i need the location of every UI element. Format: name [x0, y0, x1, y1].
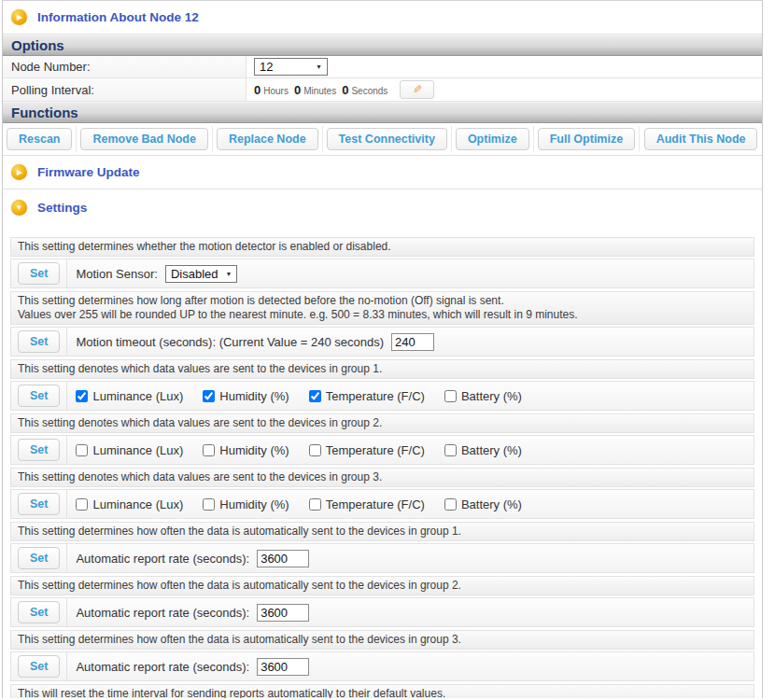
set-cell: Set	[11, 382, 67, 410]
checkbox-item: Luminance (Lux)	[76, 497, 183, 511]
motion-sensor-selected: Disabled	[171, 267, 218, 281]
node-number-select[interactable]: 12 ▼	[254, 58, 328, 76]
motion-sensor-select[interactable]: Disabled ▼	[165, 265, 238, 283]
function-cell: Rescan	[3, 126, 77, 152]
test-connectivity-button[interactable]: Test Connectivity	[327, 128, 447, 150]
info-section-header[interactable]: Information About Node 12	[3, 1, 762, 35]
settings-body: This setting determines whether the moti…	[3, 219, 762, 698]
rescan-button[interactable]: Rescan	[7, 128, 72, 150]
report-rate-1-label: Automatic report rate (seconds):	[76, 552, 249, 566]
setting-row: Set Automatic report rate (seconds):	[10, 543, 754, 573]
setting-description: This setting determines how often the da…	[10, 630, 754, 650]
set-report-rate-3-button[interactable]: Set	[18, 655, 60, 678]
set-motion-sensor-button[interactable]: Set	[18, 262, 60, 285]
motion-timeout-input[interactable]	[391, 333, 434, 351]
group1-luminance-checkbox[interactable]	[76, 390, 88, 402]
replace-node-button[interactable]: Replace Node	[217, 128, 318, 150]
setting-content: Luminance (Lux) Humidity (%) Temperature…	[67, 494, 754, 515]
remove-bad-node-button[interactable]: Remove Bad Node	[80, 128, 207, 150]
polling-hours-value: 0	[254, 83, 261, 97]
functions-button-row: Rescan Remove Bad Node Replace Node Test…	[3, 123, 762, 156]
firmware-update-title: Firmware Update	[37, 165, 140, 179]
polling-edit-button[interactable]: ✎	[400, 80, 434, 99]
setting-row: Set Luminance (Lux) Humidity (%) Tempera…	[10, 435, 754, 465]
checkbox-label: Temperature (F/C)	[326, 389, 425, 403]
node-number-label: Node Number:	[3, 56, 247, 77]
polling-interval-row: Polling Interval: 0Hours0Minutes0Seconds…	[3, 78, 762, 102]
group2-luminance-checkbox[interactable]	[76, 444, 88, 456]
optimize-button[interactable]: Optimize	[456, 128, 529, 150]
setting-group2-values: This setting denotes which data values a…	[10, 413, 754, 465]
setting-group1-values: This setting denotes which data values a…	[10, 359, 754, 411]
checkbox-label: Humidity (%)	[219, 497, 289, 511]
checkbox-item: Humidity (%)	[203, 389, 289, 403]
setting-description: This setting determines how often the da…	[10, 522, 754, 541]
group3-humidity-checkbox[interactable]	[203, 498, 215, 511]
set-group2-values-button[interactable]: Set	[18, 439, 60, 461]
setting-motion-sensor: This setting determines whether the moti…	[10, 237, 754, 288]
group1-battery-checkbox[interactable]	[444, 390, 457, 402]
checkbox-label: Temperature (F/C)	[326, 443, 425, 457]
set-cell: Set	[11, 490, 67, 518]
set-report-rate-2-button[interactable]: Set	[18, 601, 60, 623]
checkbox-item: Battery (%)	[444, 497, 522, 511]
checkbox-label: Humidity (%)	[219, 389, 289, 403]
group1-temperature-checkbox[interactable]	[309, 390, 321, 402]
setting-row: Set Luminance (Lux) Humidity (%) Tempera…	[10, 489, 754, 519]
set-cell: Set	[11, 652, 67, 680]
checkbox-item: Temperature (F/C)	[309, 389, 425, 403]
firmware-update-header[interactable]: Firmware Update	[3, 156, 762, 189]
setting-report-rate-3: This setting determines how often the da…	[10, 630, 754, 681]
report-rate-2-input[interactable]	[257, 604, 309, 622]
node-number-row: Node Number: 12 ▼	[3, 56, 762, 78]
expand-play-icon	[11, 9, 27, 25]
checkbox-label: Battery (%)	[461, 389, 522, 403]
node-config-page: Information About Node 12 Options Node N…	[2, 0, 763, 698]
group2-temperature-checkbox[interactable]	[309, 444, 321, 456]
full-optimize-button[interactable]: Full Optimize	[538, 128, 635, 150]
functions-section-bar: Functions	[3, 102, 762, 123]
function-cell: Test Connectivity	[323, 126, 452, 152]
group2-battery-checkbox[interactable]	[444, 444, 457, 456]
set-report-rate-1-button[interactable]: Set	[18, 547, 60, 569]
set-cell: Set	[11, 544, 67, 572]
settings-title: Settings	[37, 201, 87, 215]
set-motion-timeout-button[interactable]: Set	[18, 330, 60, 353]
collapse-down-icon	[11, 200, 27, 216]
set-cell: Set	[11, 598, 67, 626]
polling-interval-label: Polling Interval:	[3, 78, 247, 101]
checkbox-item: Luminance (Lux)	[76, 389, 183, 403]
setting-content: Automatic report rate (seconds):	[67, 600, 754, 625]
set-group3-values-button[interactable]: Set	[18, 493, 60, 515]
function-cell: Audit This Node	[640, 126, 762, 152]
audit-this-node-button[interactable]: Audit This Node	[644, 128, 758, 150]
setting-reset-defaults: This will reset the time interval for se…	[10, 684, 754, 698]
report-rate-3-label: Automatic report rate (seconds):	[76, 660, 249, 674]
polling-seconds-unit: Seconds	[351, 86, 388, 96]
checkbox-item: Humidity (%)	[203, 443, 289, 457]
set-group1-values-button[interactable]: Set	[18, 385, 60, 407]
setting-content: Luminance (Lux) Humidity (%) Temperature…	[67, 440, 754, 461]
polling-interval-value-cell: 0Hours0Minutes0Seconds ✎	[247, 78, 762, 101]
polling-interval-display: 0Hours0Minutes0Seconds	[254, 83, 393, 97]
node-number-selected: 12	[260, 60, 273, 74]
checkbox-item: Temperature (F/C)	[309, 497, 425, 511]
group3-temperature-checkbox[interactable]	[309, 498, 321, 511]
checkbox-item: Luminance (Lux)	[76, 443, 183, 457]
settings-header[interactable]: Settings	[3, 189, 762, 219]
group2-humidity-checkbox[interactable]	[203, 444, 215, 456]
pencil-icon: ✎	[413, 84, 422, 95]
setting-row: Set Automatic report rate (seconds):	[10, 651, 754, 681]
setting-description: This setting determines how often the da…	[10, 576, 754, 595]
chevron-down-icon: ▼	[316, 63, 322, 70]
polling-hours-unit: Hours	[263, 86, 289, 96]
group3-luminance-checkbox[interactable]	[76, 498, 88, 511]
report-rate-1-input[interactable]	[257, 550, 309, 567]
report-rate-3-input[interactable]	[257, 658, 309, 676]
checkbox-label: Battery (%)	[461, 443, 522, 457]
group1-humidity-checkbox[interactable]	[203, 390, 215, 402]
function-cell: Full Optimize	[534, 126, 640, 152]
group3-battery-checkbox[interactable]	[444, 498, 457, 511]
node-number-value-cell: 12 ▼	[247, 56, 762, 77]
polling-seconds-value: 0	[342, 83, 348, 97]
